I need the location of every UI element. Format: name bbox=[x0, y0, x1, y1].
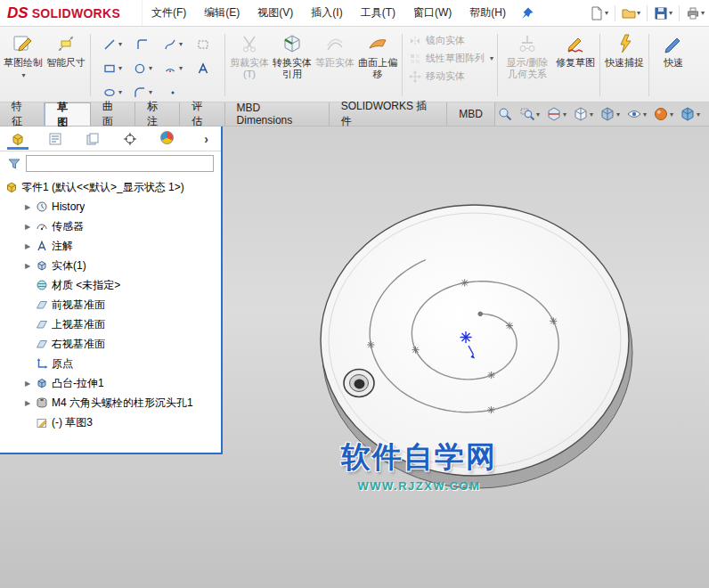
tree-item-annotations[interactable]: ▶ 注解 bbox=[0, 236, 221, 256]
new-document-button[interactable]: ▾ bbox=[587, 4, 611, 22]
configurationmanager-tab[interactable] bbox=[84, 129, 102, 149]
view-orientation-icon[interactable]: ▾ bbox=[571, 105, 595, 123]
tree-item-boss-extrude[interactable]: ▶ 凸台-拉伸1 bbox=[0, 373, 221, 393]
expand-arrow-icon[interactable]: ▶ bbox=[23, 380, 32, 388]
chevron-down-icon: ▾ bbox=[490, 54, 493, 62]
chevron-down-icon: ▾ bbox=[118, 88, 122, 96]
tree-item-material[interactable]: ▶ 材质 <未指定> bbox=[0, 275, 221, 295]
plane-icon bbox=[36, 298, 48, 311]
menu-file[interactable]: 文件(F) bbox=[143, 0, 195, 26]
scene-icon[interactable]: ▾ bbox=[678, 105, 702, 123]
disc-top-face[interactable] bbox=[321, 205, 629, 476]
menu-window[interactable]: 窗口(W) bbox=[404, 0, 460, 26]
counterbore-hole[interactable] bbox=[344, 370, 374, 397]
tab-solidworks-addins[interactable]: SOLIDWORKS 插件 bbox=[330, 102, 448, 126]
smart-dimension-button[interactable]: 智能尺寸 bbox=[45, 29, 87, 102]
expand-arrow-icon[interactable]: ▶ bbox=[23, 203, 32, 211]
divider bbox=[497, 34, 498, 96]
menu-help[interactable]: 帮助(H) bbox=[460, 0, 515, 26]
tree-item-label: History bbox=[52, 200, 85, 213]
tree-item-top-plane[interactable]: ▶ 上视基准面 bbox=[0, 314, 221, 334]
pin-menu-icon[interactable] bbox=[520, 6, 534, 20]
spline-tool-button[interactable]: ▾ bbox=[158, 32, 188, 56]
command-manager-tabs: 特征 草图 曲面 标注 评估 MBD Dimensions SOLIDWORKS… bbox=[0, 102, 709, 127]
configurations-icon bbox=[86, 132, 100, 146]
tree-item-right-plane[interactable]: ▶ 右视基准面 bbox=[0, 334, 221, 354]
divider bbox=[679, 5, 680, 21]
sketch-entity-grid: ▾ ▾ ▾ ▾ ▾ ▾ ▾ bbox=[94, 29, 222, 102]
menu-edit[interactable]: 编辑(E) bbox=[195, 0, 249, 26]
sketch-icon bbox=[36, 416, 48, 429]
menu-view[interactable]: 视图(V) bbox=[249, 0, 302, 26]
convert-entities-button[interactable]: 转换实体引用 bbox=[271, 29, 314, 102]
chevron-down-icon: ▾ bbox=[149, 64, 152, 72]
target-icon bbox=[123, 132, 137, 146]
chevron-down-icon: ▾ bbox=[149, 88, 152, 96]
surface-offset-button[interactable]: 曲面上偏移 bbox=[356, 29, 399, 102]
text-tool-button[interactable] bbox=[188, 56, 218, 80]
sensors-icon bbox=[36, 220, 48, 233]
repair-sketch-label: 修复草图 bbox=[556, 57, 595, 69]
mirror-entities-label: 镜向实体 bbox=[426, 34, 465, 47]
displaymanager-tab[interactable] bbox=[159, 128, 175, 150]
rectangle-tool-button[interactable]: ▾ bbox=[97, 56, 127, 80]
dynamic-mirror-tool-button[interactable] bbox=[188, 32, 218, 56]
history-icon bbox=[36, 200, 48, 213]
save-button[interactable]: ▾ bbox=[651, 4, 675, 22]
tree-item-sketch3[interactable]: ▶ (-) 草图3 bbox=[0, 412, 221, 432]
menu-tools[interactable]: 工具(T) bbox=[352, 0, 404, 26]
propertymanager-tab[interactable] bbox=[46, 129, 64, 149]
tree-item-front-plane[interactable]: ▶ 前视基准面 bbox=[0, 295, 221, 314]
mirror-entities-button: 镜向实体 bbox=[405, 34, 494, 47]
quick-snaps-button[interactable]: 快速捕捉 bbox=[603, 29, 646, 102]
hide-show-icon[interactable]: ▾ bbox=[624, 105, 648, 123]
featuremanager-tab[interactable] bbox=[9, 129, 27, 149]
quick-snaps-label: 快速捕捉 bbox=[605, 57, 644, 69]
panel-expand-chevron-icon[interactable]: › bbox=[200, 132, 212, 146]
quick-sketch-button[interactable]: 快速 bbox=[652, 29, 695, 102]
circle-tool-button[interactable]: ▾ bbox=[127, 56, 158, 80]
part-3d-view[interactable] bbox=[223, 127, 709, 588]
filter-funnel-icon[interactable] bbox=[7, 157, 21, 171]
annotations-icon bbox=[36, 240, 48, 252]
display-style-icon[interactable]: ▾ bbox=[598, 105, 622, 123]
tree-item-label: (-) 草图3 bbox=[52, 415, 93, 430]
tab-evaluate[interactable]: 评估 bbox=[180, 102, 224, 126]
tree-item-origin[interactable]: ▶ 原点 bbox=[0, 354, 221, 373]
tab-sketch[interactable]: 草图 bbox=[45, 102, 90, 126]
menu-insert[interactable]: 插入(I) bbox=[302, 0, 351, 26]
pattern-group: 镜向实体 线性草图阵列 ▾ 移动实体 bbox=[405, 29, 494, 102]
tree-item-solid-bodies[interactable]: ▶ 实体(1) bbox=[0, 256, 221, 275]
print-button[interactable]: ▾ bbox=[683, 4, 707, 22]
tree-root-part[interactable]: 零件1 (默认<<默认>_显示状态 1>) bbox=[0, 177, 221, 197]
tab-mbd-dimensions[interactable]: MBD Dimensions bbox=[225, 102, 330, 126]
repair-sketch-button[interactable]: 修复草图 bbox=[554, 29, 597, 102]
section-view-icon[interactable]: ▾ bbox=[544, 105, 568, 123]
dimxpertmanager-tab[interactable] bbox=[121, 129, 139, 149]
offset-entities-button: 等距实体 bbox=[314, 29, 356, 102]
zoom-area-icon[interactable]: ▾ bbox=[517, 105, 542, 123]
tree-item-history[interactable]: ▶ History bbox=[0, 197, 221, 216]
zoom-fit-icon[interactable] bbox=[495, 105, 515, 123]
tab-surfaces[interactable]: 曲面 bbox=[91, 102, 135, 126]
expand-arrow-icon[interactable]: ▶ bbox=[23, 262, 32, 270]
tab-features[interactable]: 特征 bbox=[0, 102, 45, 126]
sketch-button[interactable]: 草图绘制▾ bbox=[2, 29, 45, 102]
expand-arrow-icon[interactable]: ▶ bbox=[23, 242, 32, 250]
expand-arrow-icon[interactable]: ▶ bbox=[23, 399, 32, 407]
linear-pattern-button: 线性草图阵列 ▾ bbox=[405, 52, 494, 65]
divider bbox=[402, 34, 403, 96]
arc-tool-button[interactable]: ▾ bbox=[158, 56, 188, 80]
heads-up-view-toolbar: ▾ ▾ ▾ ▾ ▾ ▾ ▾ bbox=[495, 102, 709, 126]
tab-mbd[interactable]: MBD bbox=[447, 102, 495, 126]
expand-arrow-icon[interactable]: ▶ bbox=[23, 223, 32, 231]
appearance-icon[interactable]: ▾ bbox=[651, 105, 675, 123]
line-tool-button[interactable]: ▾ bbox=[97, 32, 127, 56]
display-relations-icon bbox=[517, 33, 538, 54]
tree-item-sensors[interactable]: ▶ 传感器 bbox=[0, 216, 221, 236]
tab-markup[interactable]: 标注 bbox=[135, 102, 180, 126]
open-button[interactable]: ▾ bbox=[619, 4, 643, 22]
tree-filter-input[interactable] bbox=[26, 155, 214, 172]
corner-rectangle-tool-button[interactable] bbox=[127, 32, 158, 56]
tree-item-hole-wizard[interactable]: ▶ M4 六角头螺栓的柱形沉头孔1 bbox=[0, 393, 221, 412]
